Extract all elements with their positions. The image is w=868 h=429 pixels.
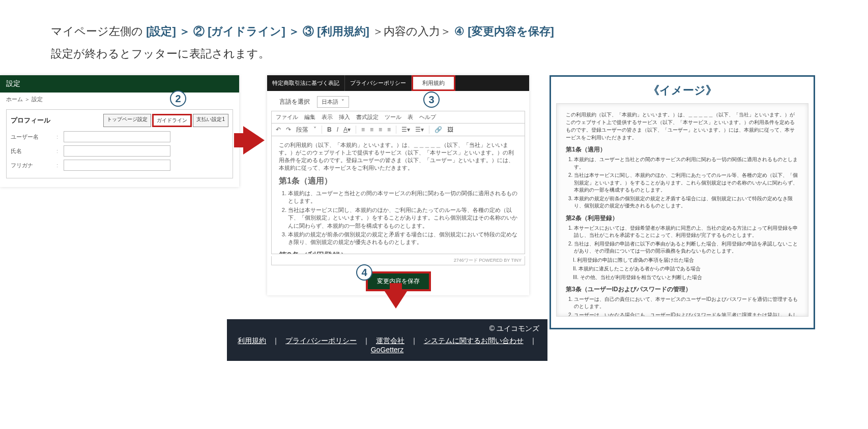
bullet-list-icon[interactable]: ☰▾ [401,127,410,133]
instr-step1: [設定] [146,25,176,38]
bold-icon[interactable]: B [327,127,332,133]
preview-a1: 本規約は、ユーザーと当社との間の本サービスの利用に関わる一切の関係に適用されるも… [574,156,799,171]
tab-payment[interactable]: 支払い設定1 [193,114,228,127]
footer-link-company[interactable]: 運営会社 [376,336,404,345]
footer-sep: ｜ [530,336,537,345]
profile-tabs: トップページ設定 ガイドライン 支払い設定1 [103,114,228,127]
instr-n3: ③ [303,25,314,38]
link-icon[interactable]: 🔗 [435,127,442,133]
paragraph-select[interactable]: 段落 [296,127,308,133]
lang-select[interactable]: 日本語 ˅ [317,96,349,108]
editor-body[interactable]: この利用規約（以下、「本規約」といいます。）は、＿＿＿＿＿（以下、「当社」といい… [271,136,525,254]
breadcrumb: ホーム ＞ 設定 [0,93,239,106]
callout-2: 2 [170,90,186,107]
preview-b2iii: III. その他、当社が利用登録を相当でないと判断した場合 [573,273,799,281]
colon: : [56,162,64,168]
settings-header: 設定 [0,75,239,93]
toolbar-sep [322,126,322,134]
align-center-icon[interactable]: ≡ [370,127,373,133]
instr-n4: ④ [454,25,465,38]
tab-commerce[interactable]: 特定商取引法に基づく表記 [267,75,345,91]
preview-caption: 《イメージ》 [556,83,808,98]
redo-icon[interactable]: ↷ [286,127,291,133]
preview-c2: ユーザーは、いかなる場合にも、ユーザーIDおよびパスワードを第三者に譲渡または貸… [574,312,799,317]
italic-icon[interactable]: I [337,127,338,133]
preview-document: この利用規約（以下、「本規約」といいます。）は、＿＿＿＿＿（以下、「当社」といい… [556,103,808,317]
editor-h1: 第1条（適用） [279,176,517,187]
menu-table[interactable]: 表 [408,113,413,121]
editor-menubar[interactable]: ファイル 編集 表示 挿入 書式設定 ツール 表 ヘルプ [271,111,525,123]
text-color-icon[interactable]: A▾ [343,127,351,133]
settings-panel: 設定 ホーム ＞ 設定 プロフィール トップページ設定 ガイドライン 支払い設定… [0,75,239,187]
editor-a3: 本規約の規定が前条の個別規定の規定と矛盾する場合には、個別規定において特段の定め… [288,231,517,247]
preview-b2i: I. 利用登録の申請に際して虚偽の事項を届け出た場合 [573,256,799,264]
instr-line2: 設定が終わるとフッターに表記されます。 [51,43,817,65]
editor-panel: 特定商取引法に基づく表記 プライバシーポリシー 利用規約 言語を選択 日本語 ˅… [267,75,529,295]
instr-sep1: ＞ [179,25,193,38]
colon: : [56,148,64,154]
instr-step4: [変更内容を保存] [468,25,554,38]
instr-pre: マイページ左側の [51,25,146,38]
preview-b1: 本サービスにおいては、登録希望者が本規約に同意の上、当社の定める方法によって利用… [574,225,799,239]
footer-links: 利用規約 ｜ プライバシーポリシー ｜ 運営会社 ｜ システムに関するお問い合わ… [235,336,539,354]
preview-a2: 当社は本サービスに関し、本規約のほか、ご利用にあたってのルール等、各種の定め（以… [574,172,799,194]
input-username[interactable] [64,131,170,142]
tab-toppage[interactable]: トップページ設定 [103,114,151,127]
preview-h3: 第3条（ユーザーIDおよびパスワードの管理） [566,285,799,294]
stage: 設定 ホーム ＞ 設定 プロフィール トップページ設定 ガイドライン 支払い設定… [0,75,868,380]
instr-plain-middle: ＞内容の入力＞ [372,25,454,38]
editor-status: 2746ワード POWERED BY TINY [271,256,525,265]
menu-tools[interactable]: ツール [385,113,401,121]
footer-sep: ｜ [363,336,370,345]
preview-b2: 当社は、利用登録の申請者に以下の事由があると判断した場合、利用登録の申請を承認し… [574,240,799,255]
footer-link-privacy[interactable]: プライバシーポリシー [285,336,357,345]
callout-3: 3 [423,91,440,108]
instr-n2: ② [193,25,205,38]
label-furigana: フリガナ [11,162,56,169]
menu-edit[interactable]: 編集 [304,113,315,121]
menu-view[interactable]: 表示 [322,113,333,121]
number-list-icon[interactable]: ☰▾ [415,127,424,133]
footer-sep: ｜ [272,336,279,345]
undo-icon[interactable]: ↶ [276,127,281,133]
editor-intro: この利用規約（以下、「本規約」といいます。）は、＿＿＿＿＿（以下、「当社」といい… [279,141,517,172]
preview-intro: この利用規約（以下、「本規約」といいます。）は、＿＿＿＿＿（以下、「当社」といい… [566,111,799,141]
chevron-down-icon[interactable]: ˅ [313,127,316,133]
instr-sep2: ＞ [288,25,303,38]
toolbar-sep [396,126,396,134]
editor-toolbar[interactable]: ↶ ↷ 段落 ˅ B I A▾ ≡ ≡ ≡ ≡ ☰▾ ☰▾ 🔗 🖼 [271,123,525,136]
input-furigana[interactable] [64,160,170,171]
image-icon[interactable]: 🖼 [447,127,453,133]
colon: : [56,134,64,140]
profile-box: プロフィール トップページ設定 ガイドライン 支払い設定1 ユーザー名 : 氏名… [6,109,233,178]
menu-file[interactable]: ファイル [276,113,298,121]
editor-h2: 第2条（利用登録） [279,251,517,254]
tab-terms[interactable]: 利用規約 [412,75,455,91]
menu-help[interactable]: ヘルプ [419,113,436,121]
toolbar-sep [356,126,356,134]
footer-link-gogetterz[interactable]: GoGetterz [371,346,404,354]
editor-tabs: 特定商取引法に基づく表記 プライバシーポリシー 利用規約 [267,75,529,91]
preview-h1: 第1条（適用） [566,145,799,154]
editor-a2: 当社は本サービスに関し、本規約のほか、ご利用にあたってのルール等、各種の定め（以… [288,206,517,230]
tab-privacy[interactable]: プライバシーポリシー [345,75,412,91]
align-right-icon[interactable]: ≡ [379,127,382,133]
align-justify-icon[interactable]: ≡ [387,127,391,133]
instr-step2: [ガイドライン] [208,25,285,38]
callout-4: 4 [356,264,372,281]
editor-a1: 本規約は、ユーザーと当社との間の本サービスの利用に関わる一切の関係に適用されるも… [288,190,517,205]
label-fullname: 氏名 [11,147,56,155]
menu-format[interactable]: 書式設定 [356,113,379,121]
menu-insert[interactable]: 挿入 [339,113,350,121]
footer-sep: ｜ [411,336,418,345]
footer-link-terms[interactable]: 利用規約 [238,336,266,345]
footer-link-contact[interactable]: システムに関するお問い合わせ [424,336,524,345]
preview-b2ii: II. 本規約に違反したことがある者からの申請である場合 [573,265,799,272]
instructions-block: マイページ左側の [設定] ＞ ② [ガイドライン] ＞ ③ [利用規約] ＞内… [0,0,868,75]
footer-copyright: © ユイコモンズ [235,324,539,333]
profile-title: プロフィール [11,116,50,125]
input-fullname[interactable] [64,145,170,157]
align-left-icon[interactable]: ≡ [361,127,365,133]
tab-guideline[interactable]: ガイドライン [152,114,192,127]
preview-panel: 《イメージ》 この利用規約（以下、「本規約」といいます。）は、＿＿＿＿＿（以下、… [549,75,815,329]
